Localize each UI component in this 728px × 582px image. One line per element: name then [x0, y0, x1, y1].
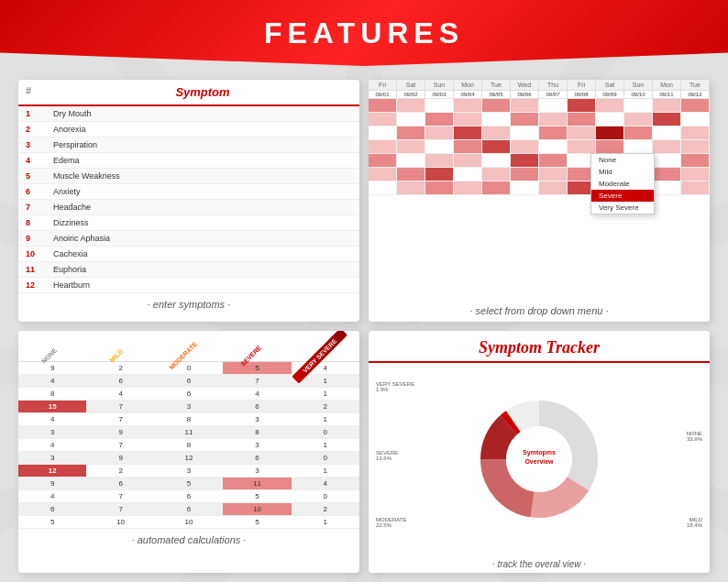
symptom-name: Edema — [53, 156, 352, 165]
calc-row: 122331 — [18, 465, 359, 478]
dropdown-item[interactable]: Very Severe — [591, 202, 654, 214]
symptom-row: 10 Cachexia — [18, 247, 359, 262]
page-title: FEATURES — [264, 16, 464, 50]
mild-label: MILD 18.4% — [687, 517, 702, 528]
cal-cell — [596, 126, 624, 139]
cal-cell — [539, 126, 568, 139]
cal-cell — [539, 154, 568, 167]
cal-cell — [397, 113, 425, 126]
symptom-row: 8 Dizziness — [18, 215, 359, 231]
cal-cell — [397, 181, 425, 194]
cal-cell — [653, 154, 681, 167]
cal-cell — [624, 140, 653, 153]
cal-cell — [369, 126, 397, 139]
cal-cell — [454, 154, 482, 167]
cal-day-header: Fri — [568, 80, 596, 90]
calc-cell: 10 — [86, 516, 154, 528]
calculations-panel: NONE MILD MODERATE SEVERE VERY SEVERE 92… — [18, 331, 359, 573]
cal-cell — [681, 113, 710, 126]
cal-cell — [511, 140, 539, 153]
calc-cell: 6 — [86, 478, 154, 489]
cal-cell — [397, 126, 425, 139]
calc-cell: 9 — [86, 426, 154, 438]
cal-date: 09/05 — [482, 91, 511, 98]
calc-cell: 2 — [292, 503, 359, 515]
calc-cell: 8 — [155, 413, 223, 425]
cal-cell — [369, 140, 397, 153]
calc-cell: 3 — [155, 401, 223, 412]
calc-caption: · automated calculations · — [18, 529, 359, 551]
cal-cell — [454, 99, 482, 112]
calc-cell: 6 — [18, 503, 86, 515]
cal-cell — [539, 181, 568, 194]
symptom-num: 9 — [26, 234, 53, 243]
cal-cell — [653, 168, 681, 181]
cal-date: 09/07 — [539, 91, 568, 98]
symptom-caption: · enter symptoms · — [18, 293, 359, 315]
symptom-name: Perspiration — [53, 140, 352, 149]
calc-cell: 3 — [223, 413, 291, 425]
symptom-num: 1 — [26, 109, 53, 118]
dropdown-item[interactable]: None — [591, 154, 654, 166]
calc-row: 84641 — [18, 388, 359, 401]
symptom-name: Cachexia — [53, 249, 352, 258]
calc-cell: 10 — [223, 503, 291, 515]
cal-dates: 09/0109/0209/0309/0409/0509/0609/0709/08… — [369, 91, 710, 99]
cal-date: 09/08 — [568, 91, 596, 98]
cal-cell — [653, 126, 681, 139]
cal-cell — [681, 181, 710, 194]
calc-cell: 3 — [155, 465, 223, 477]
calc-cell: 9 — [18, 478, 86, 489]
symptom-name: Heartburn — [53, 280, 352, 290]
svg-text:Overview: Overview — [524, 458, 554, 465]
symptom-row: 7 Headache — [18, 200, 359, 215]
tracker-caption: · track the overal view · — [369, 555, 710, 573]
cal-date: 09/01 — [369, 91, 397, 98]
calc-cell: 0 — [292, 426, 359, 438]
cal-data-row — [369, 181, 710, 195]
cal-data-row — [369, 168, 710, 181]
cal-cell — [681, 140, 710, 153]
svg-text:Symtopms: Symtopms — [523, 449, 556, 456]
calc-row: 965114 — [18, 478, 359, 490]
calc-cell: 9 — [86, 452, 154, 464]
cal-day-header: Sun — [624, 80, 653, 90]
cal-day-header: Sat — [397, 80, 425, 90]
symptom-row: 3 Perspiration — [18, 137, 359, 153]
symptom-name: Anoiric Aphasia — [53, 234, 352, 243]
severity-dropdown[interactable]: NoneMildModerateSevereVery Severe — [590, 153, 655, 214]
calc-row: 5101051 — [18, 516, 359, 529]
dropdown-item[interactable]: Mild — [591, 166, 654, 178]
calc-cell: 7 — [86, 401, 154, 412]
calc-cell: 2 — [292, 401, 359, 412]
cal-day-header: Tue — [482, 80, 511, 90]
cal-cell — [511, 126, 539, 139]
cal-cell — [369, 168, 397, 181]
calc-cell: 3 — [18, 426, 86, 438]
symptom-num: 7 — [26, 203, 53, 212]
calc-cell: 6 — [223, 401, 291, 412]
cal-cell — [653, 99, 681, 112]
calc-cell: 7 — [86, 439, 154, 451]
cal-date: 09/09 — [596, 91, 624, 98]
calc-row: 157362 — [18, 401, 359, 413]
calc-cell: 12 — [155, 452, 223, 464]
calc-cell: 7 — [86, 503, 154, 515]
calc-cell: 12 — [18, 465, 86, 477]
cal-day-header: Mon — [653, 80, 681, 90]
dropdown-item[interactable]: Severe — [591, 190, 654, 202]
calc-cell: 0 — [292, 490, 359, 502]
symptom-name: Euphoria — [53, 265, 352, 274]
symptom-name: Muscle Weakness — [53, 171, 352, 181]
cal-data-row — [369, 154, 710, 168]
cal-cell — [454, 113, 482, 126]
none-label: NONE 33.9% — [687, 431, 702, 442]
calc-cell: 4 — [292, 478, 359, 489]
moderate-label: MODERATE 22.5% — [376, 517, 407, 528]
tracker-title: Symptom Tracker — [369, 331, 710, 363]
cal-cell — [568, 99, 596, 112]
calc-cell: 6 — [155, 503, 223, 515]
dropdown-item[interactable]: Moderate — [591, 178, 654, 190]
cal-cell — [454, 181, 482, 194]
calc-cell: 3 — [223, 439, 291, 451]
